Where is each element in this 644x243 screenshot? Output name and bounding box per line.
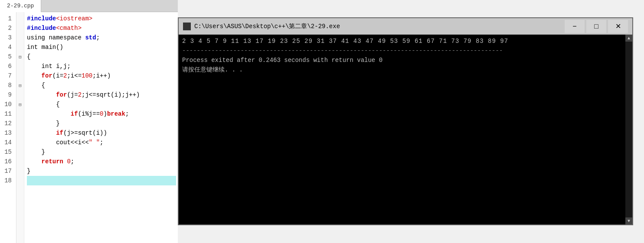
code-line[interactable]: { <box>27 52 176 62</box>
line-number: 9 <box>1 90 13 100</box>
tab-bar: 2-29.cpp <box>0 0 178 12</box>
line-number: 8 <box>1 81 13 90</box>
fold-cell <box>16 138 24 147</box>
console-text: 2 3 4 5 7 9 11 13 17 19 23 25 29 31 37 4… <box>182 36 622 75</box>
line-number: 6 <box>1 62 13 71</box>
code-line[interactable]: } <box>27 119 176 128</box>
line-number: 17 <box>1 166 13 176</box>
code-line[interactable]: } <box>27 147 176 157</box>
code-line[interactable]: using namespace std; <box>27 33 176 42</box>
press-any-key-line: 请按任意键继续. . . <box>182 65 622 75</box>
code-line[interactable]: #include<cmath> <box>27 23 176 33</box>
fold-cell <box>16 157 24 166</box>
fold-cell <box>16 119 24 128</box>
line-number: 7 <box>1 71 13 81</box>
scroll-up-arrow[interactable]: ▲ <box>625 35 632 42</box>
line-number: 11 <box>1 109 13 119</box>
code-content[interactable]: #include<iostream>#include<cmath>using n… <box>24 12 178 243</box>
line-number: 13 <box>1 128 13 138</box>
code-line[interactable]: for(i=2;i<=100;i++) <box>27 71 176 81</box>
line-number: 3 <box>1 33 13 42</box>
fold-cell <box>16 62 24 71</box>
console-window: C:\Users\ASUS\Desktop\c++\第二章\2-29.exe −… <box>178 17 633 225</box>
tab-item[interactable]: 2-29.cpp <box>0 0 41 12</box>
code-area: 123456789101112131415161718 ⊟⊟⊟ #include… <box>0 12 178 243</box>
code-line[interactable]: cout<<i<<" "; <box>27 138 176 147</box>
fold-cell <box>16 176 24 185</box>
fold-gutter: ⊟⊟⊟ <box>16 12 24 243</box>
code-line[interactable]: int main() <box>27 42 176 52</box>
fold-cell <box>16 71 24 81</box>
scroll-track[interactable] <box>625 42 632 217</box>
code-line[interactable]: { <box>27 100 176 109</box>
code-line[interactable]: int i,j; <box>27 62 176 71</box>
console-controls: − □ ✕ <box>565 20 628 33</box>
editor-container: 2-29.cpp 123456789101112131415161718 ⊟⊟⊟… <box>0 0 178 243</box>
fold-cell <box>16 90 24 100</box>
line-number: 5 <box>1 52 13 62</box>
close-button[interactable]: ✕ <box>608 20 628 33</box>
console-title-text: C:\Users\ASUS\Desktop\c++\第二章\2-29.exe <box>194 23 340 30</box>
console-body: 2 3 4 5 7 9 11 13 17 19 23 25 29 31 37 4… <box>179 35 632 224</box>
line-number: 15 <box>1 147 13 157</box>
fold-cell <box>16 33 24 42</box>
line-number: 12 <box>1 119 13 128</box>
primes-output: 2 3 4 5 7 9 11 13 17 19 23 25 29 31 37 4… <box>182 36 622 46</box>
line-number: 16 <box>1 157 13 166</box>
maximize-button[interactable]: □ <box>586 20 606 33</box>
code-line[interactable] <box>27 176 176 185</box>
process-exit-line: Process exited after 0.2463 seconds with… <box>182 55 622 65</box>
console-scrollbar: ▲ ▼ <box>625 35 632 224</box>
fold-cell <box>16 147 24 157</box>
code-line[interactable]: if(j>=sqrt(i)) <box>27 128 176 138</box>
console-titlebar: C:\Users\ASUS\Desktop\c++\第二章\2-29.exe −… <box>179 18 632 35</box>
separator-line: ----------------------------------------… <box>182 46 622 55</box>
code-line[interactable]: { <box>27 81 176 90</box>
fold-cell[interactable]: ⊟ <box>16 81 24 90</box>
line-number: 18 <box>1 176 13 185</box>
console-app-icon <box>183 23 191 30</box>
fold-cell <box>16 128 24 138</box>
console-title-left: C:\Users\ASUS\Desktop\c++\第二章\2-29.exe <box>183 23 340 30</box>
code-line[interactable]: } <box>27 166 176 176</box>
code-line[interactable]: #include<iostream> <box>27 14 176 23</box>
line-number: 2 <box>1 23 13 33</box>
code-line[interactable]: if(i%j==0)break; <box>27 109 176 119</box>
fold-cell <box>16 23 24 33</box>
scroll-down-arrow[interactable]: ▼ <box>625 217 632 224</box>
code-line[interactable]: return 0; <box>27 157 176 166</box>
line-number: 14 <box>1 138 13 147</box>
fold-cell[interactable]: ⊟ <box>16 52 24 62</box>
line-number: 4 <box>1 42 13 52</box>
line-numbers: 123456789101112131415161718 <box>0 12 16 243</box>
fold-cell <box>16 109 24 119</box>
minimize-button[interactable]: − <box>565 20 585 33</box>
line-number: 10 <box>1 100 13 109</box>
code-line[interactable]: for(j=2;j<=sqrt(i);j++) <box>27 90 176 100</box>
fold-cell <box>16 42 24 52</box>
fold-cell <box>16 166 24 176</box>
line-number: 1 <box>1 14 13 23</box>
fold-cell <box>16 14 24 23</box>
fold-cell[interactable]: ⊟ <box>16 100 24 109</box>
